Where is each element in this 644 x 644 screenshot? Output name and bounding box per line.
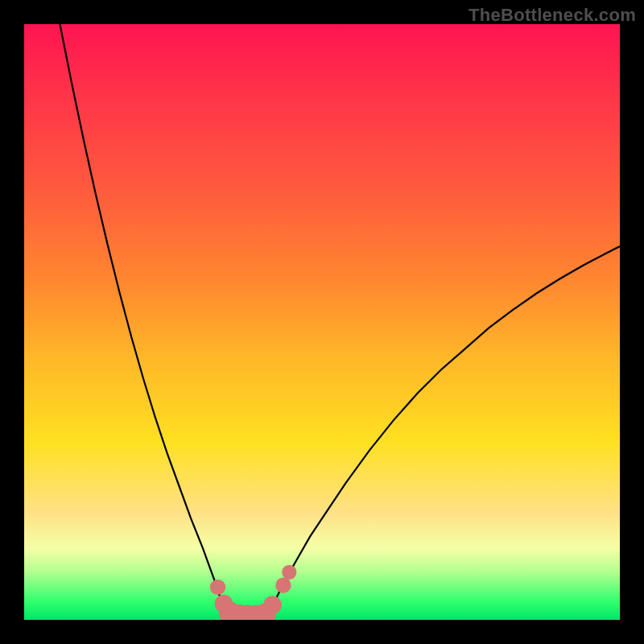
marker-group bbox=[210, 565, 297, 620]
marker-dot bbox=[275, 577, 291, 592]
marker-dot bbox=[210, 580, 225, 595]
plot-area bbox=[24, 24, 620, 620]
chart-svg bbox=[24, 24, 620, 620]
chart-frame: TheBottleneck.com bbox=[0, 0, 644, 644]
marker-dot bbox=[263, 596, 282, 614]
watermark-text: TheBottleneck.com bbox=[469, 5, 636, 26]
marker-dot bbox=[282, 565, 296, 580]
right-curve bbox=[268, 246, 620, 614]
left-curve bbox=[60, 24, 226, 614]
